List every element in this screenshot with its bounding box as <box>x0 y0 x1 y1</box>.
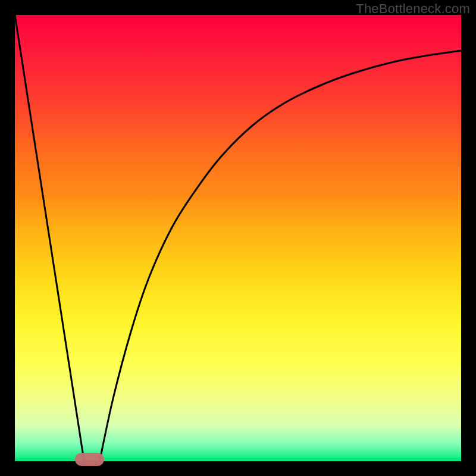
bottleneck-curve <box>15 15 461 461</box>
gradient-plot-area <box>15 15 461 461</box>
curve-layer <box>15 15 461 461</box>
valley-marker <box>75 453 104 466</box>
chart-frame: TheBottleneck.com <box>0 0 476 476</box>
source-attribution: TheBottleneck.com <box>356 1 470 17</box>
